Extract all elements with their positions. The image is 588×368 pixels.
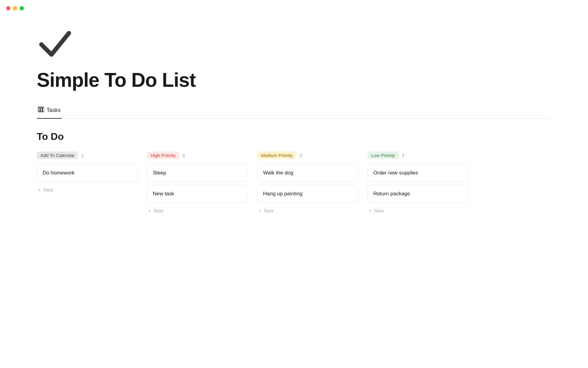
plus-icon: + [148,208,151,214]
column-low-priority: Low Priority 2 Order new supplies Return… [368,151,469,216]
maximize-button[interactable] [20,6,24,10]
plus-icon: + [258,208,261,214]
page-icon [37,25,74,61]
task-name: New task [153,191,174,197]
badge-high-priority: High Priority [147,151,179,159]
task-name: Return package [373,191,410,197]
task-name: Order new supplies [373,170,418,176]
column-add-to-calendar: Add To Calendar 1 Do homework + New [37,151,138,195]
column-header-high-priority: High Priority 2 [147,151,248,159]
badge-add-to-calendar: Add To Calendar [37,151,78,159]
task-name: Hang up painting [263,191,303,197]
count-low-priority: 2 [402,153,404,158]
add-new-button-col3[interactable]: + New [368,206,469,216]
column-medium-priority: Medium Priority 2 Walk the dog Hang up p… [257,151,358,216]
count-add-to-calendar: 1 [81,153,84,158]
badge-medium-priority: Medium Priority [257,151,296,159]
task-name: Sleep [153,170,166,176]
count-high-priority: 2 [183,153,185,158]
tab-tasks[interactable]: Tasks [37,104,62,119]
columns-container: Add To Calendar 1 Do homework + New High… [37,151,551,216]
minimize-button[interactable] [13,6,17,10]
column-header-medium-priority: Medium Priority 2 [257,151,358,159]
svg-rect-1 [40,107,42,112]
section-title: To Do [37,131,551,142]
table-icon [38,107,44,114]
task-card[interactable]: Order new supplies [368,164,469,182]
count-medium-priority: 2 [300,153,302,158]
task-card[interactable]: New task [147,185,248,203]
new-label-col2: New [264,208,273,214]
column-high-priority: High Priority 2 Sleep New task + New [147,151,248,216]
tabs-bar: Tasks [37,104,551,119]
tab-tasks-label: Tasks [47,107,61,113]
main-content: Simple To Do List Tasks To Do Add To Cal… [0,0,588,216]
task-card[interactable]: Hang up painting [257,185,358,203]
task-card[interactable]: Do homework [37,164,138,182]
svg-rect-0 [38,107,40,112]
svg-rect-2 [43,107,44,112]
new-label-col1: New [153,208,163,214]
column-header-low-priority: Low Priority 2 [368,151,469,159]
add-new-button-col1[interactable]: + New [147,206,248,216]
add-new-button-col2[interactable]: + New [257,206,358,216]
add-new-button-col0[interactable]: + New [37,185,138,195]
close-button[interactable] [6,6,10,10]
new-label-col3: New [374,208,384,214]
plus-icon: + [38,187,41,193]
plus-icon: + [369,208,371,214]
board-section: To Do Add To Calendar 1 Do homework + Ne… [37,131,551,216]
task-card[interactable]: Walk the dog [257,164,358,182]
new-label-col0: New [43,187,53,193]
column-header-add-to-calendar: Add To Calendar 1 [37,151,138,159]
task-card[interactable]: Sleep [147,164,248,182]
page-title: Simple To Do List [37,69,551,91]
window-controls [6,6,24,10]
badge-low-priority: Low Priority [368,151,399,159]
task-name: Do homework [43,170,75,176]
task-card[interactable]: Return package [368,185,469,203]
task-name: Walk the dog [263,170,293,176]
